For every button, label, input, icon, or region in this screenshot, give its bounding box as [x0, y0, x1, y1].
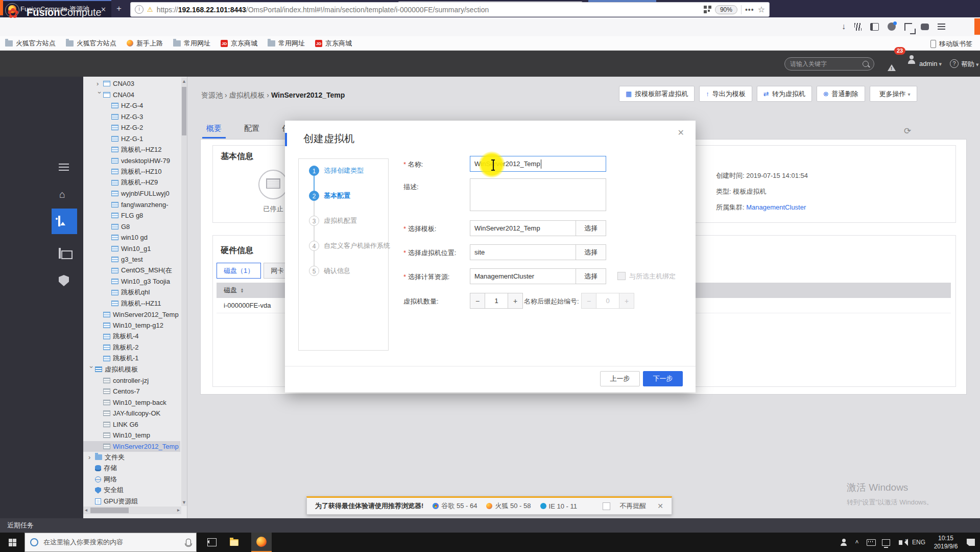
- tree-item[interactable]: controller-jzj: [83, 375, 180, 386]
- global-search[interactable]: 请输入关键字: [784, 57, 874, 71]
- expand-arrow-icon[interactable]: [97, 80, 103, 87]
- insecure-lock-icon[interactable]: ⚠: [147, 6, 153, 13]
- action-button[interactable]: ⇄ 转为虚拟机: [757, 86, 812, 102]
- tree-item[interactable]: LINK G6: [83, 419, 180, 430]
- action-center-icon[interactable]: [963, 533, 978, 552]
- action-button[interactable]: ⊗ 普通删除: [817, 86, 865, 102]
- expand-arrow-icon[interactable]: [88, 453, 95, 461]
- bookmark-item[interactable]: 火狐官方站点: [5, 39, 56, 48]
- tree-item[interactable]: 跳板机--HZ9: [83, 177, 180, 189]
- bookmark-item[interactable]: 火狐官方站点: [66, 39, 116, 48]
- tree-horizontal-scrollbar[interactable]: ◂ ▸: [83, 507, 181, 514]
- bookmark-star-icon[interactable]: ☆: [758, 5, 765, 14]
- next-step-button[interactable]: 下一步: [643, 371, 683, 386]
- breadcrumb-vm-templates[interactable]: 虚拟机模板: [229, 91, 265, 99]
- tree-item[interactable]: 跳板机--HZ12: [83, 144, 180, 155]
- notice-close-icon[interactable]: ✕: [657, 502, 663, 510]
- tree-item[interactable]: g3_test: [83, 254, 180, 265]
- start-button[interactable]: [0, 533, 25, 552]
- location-choose-button[interactable]: 选择: [576, 244, 606, 260]
- tree-item[interactable]: Win10_temp-back: [83, 397, 180, 408]
- user-icon[interactable]: [908, 60, 915, 64]
- tree-item[interactable]: JAY-fullcopy-OK: [83, 408, 180, 419]
- taskbar-clock[interactable]: 10:15 2019/9/6: [929, 534, 962, 550]
- dont-remind-label[interactable]: 不再提醒: [619, 501, 646, 511]
- hardware-tab[interactable]: 磁盘（1）: [217, 263, 261, 279]
- tree-item[interactable]: Win10_temp-g12: [83, 320, 180, 331]
- tree-item[interactable]: fang\wanzheng-: [83, 199, 180, 211]
- count-plus-button[interactable]: +: [508, 293, 523, 309]
- tray-volume-icon[interactable]: [894, 533, 907, 552]
- bookmark-item[interactable]: 常用网址: [268, 39, 305, 48]
- menu-list-icon[interactable]: [59, 164, 69, 171]
- tree-item[interactable]: 跳板机-1: [83, 353, 180, 364]
- tree-item[interactable]: HZ-G-3: [83, 111, 180, 123]
- tree-item[interactable]: 跳板机--HZ10: [83, 166, 180, 177]
- location-field[interactable]: site: [470, 244, 576, 260]
- tray-show-hidden-icons[interactable]: ˄: [851, 533, 863, 552]
- tree-item[interactable]: WinServer2012_Temp: [83, 309, 180, 320]
- bookmark-item[interactable]: 京东商城: [221, 39, 257, 48]
- count-minus-button[interactable]: −: [470, 293, 485, 309]
- dont-remind-checkbox[interactable]: [603, 502, 610, 510]
- tray-language-indicator[interactable]: ENG: [910, 533, 927, 552]
- scrollbar-thumb[interactable]: [182, 87, 186, 135]
- vm-name-input[interactable]: WinServer2012_Temp: [470, 156, 606, 172]
- tree-item[interactable]: 跳板机--HZ11: [83, 298, 180, 309]
- description-textarea[interactable]: [470, 178, 606, 211]
- tree-item[interactable]: 跳板机-2: [83, 342, 180, 353]
- taskbar-search[interactable]: 在这里输入你要搜索的内容: [25, 533, 197, 552]
- refresh-icon[interactable]: ⟳: [904, 126, 911, 136]
- scrollbar-thumb[interactable]: [90, 508, 129, 513]
- bookmark-item[interactable]: 京东商城: [315, 39, 352, 48]
- account-icon[interactable]: [888, 22, 896, 31]
- tree-item[interactable]: 存储: [83, 463, 180, 474]
- help-menu[interactable]: 帮助: [961, 60, 979, 69]
- tree-item[interactable]: 虚拟机模板: [83, 364, 180, 375]
- template-choose-button[interactable]: 选择: [576, 220, 606, 236]
- user-menu[interactable]: admin: [919, 60, 942, 67]
- action-button[interactable]: ▦ 按模板部署虚拟机: [619, 86, 695, 102]
- url-text[interactable]: https://192.168.22.101:8443/OmsPortal/in…: [157, 6, 700, 14]
- task-view-button[interactable]: [202, 533, 222, 552]
- new-tab-button[interactable]: +: [116, 4, 122, 13]
- dialog-close-icon[interactable]: ✕: [678, 128, 684, 137]
- tree-item[interactable]: CNA03: [83, 78, 180, 89]
- menu-icon[interactable]: [938, 24, 945, 30]
- tree-item[interactable]: HZ-G-2: [83, 122, 180, 133]
- compute-field[interactable]: ManagementCluster: [470, 268, 576, 284]
- tree-item[interactable]: CentOS_MSH(在: [83, 265, 180, 277]
- resource-pool-nav-icon-selected[interactable]: [52, 209, 77, 234]
- services-nav-icon[interactable]: [59, 248, 61, 259]
- tree-item[interactable]: GPU资源组: [83, 496, 180, 507]
- breadcrumb-resource-pool[interactable]: 资源池: [201, 91, 223, 99]
- tree-item[interactable]: 网络: [83, 474, 180, 485]
- scroll-up-icon[interactable]: ▲: [182, 79, 186, 84]
- detail-tab[interactable]: 配置: [241, 123, 262, 139]
- scroll-right-icon[interactable]: ▸: [177, 507, 180, 513]
- mobile-bookmarks[interactable]: 移动版书签: [930, 39, 972, 49]
- qr-code-icon[interactable]: [704, 6, 711, 13]
- tree-item[interactable]: win10 gd: [83, 232, 180, 243]
- home-nav-icon[interactable]: ⌂: [59, 189, 65, 200]
- tree-item[interactable]: wyjnb\FULLwyj0: [83, 188, 180, 199]
- url-bar[interactable]: i ⚠ https://192.168.22.101:8443/OmsPorta…: [130, 2, 770, 17]
- detail-tab[interactable]: 概要: [203, 123, 225, 139]
- page-actions-icon[interactable]: •••: [745, 6, 754, 14]
- tree-item[interactable]: Win10_temp: [83, 430, 180, 441]
- tree-item[interactable]: 跳板机qhl: [83, 287, 180, 298]
- expand-arrow-icon[interactable]: [88, 366, 95, 373]
- tree-item[interactable]: G8: [83, 221, 180, 233]
- help-icon[interactable]: ?: [950, 59, 959, 68]
- tree-item[interactable]: FLG g8: [83, 210, 180, 221]
- disk-column-header[interactable]: 磁盘: [224, 286, 237, 295]
- tree-item[interactable]: WinServer2012_Temp: [83, 441, 180, 452]
- screenshot-icon[interactable]: [904, 23, 912, 31]
- scroll-left-icon[interactable]: ◂: [85, 507, 87, 513]
- tab-close-icon[interactable]: ✕: [101, 6, 106, 13]
- messages-icon[interactable]: [921, 24, 929, 30]
- tray-people-icon[interactable]: [836, 533, 851, 552]
- tree-item[interactable]: 跳板机-4: [83, 331, 180, 342]
- tray-network-icon[interactable]: [879, 533, 893, 552]
- library-icon[interactable]: [854, 23, 862, 31]
